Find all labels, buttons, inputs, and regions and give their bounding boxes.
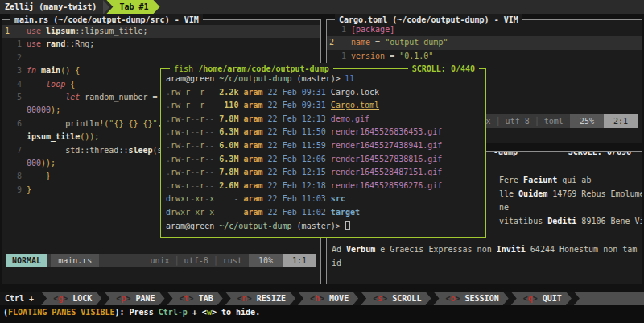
line-number: 2	[327, 36, 346, 49]
file-row: drwxr-xr-x - aram 22 Feb 11:03 src	[166, 193, 484, 206]
file-row: .rw-r--r-- 2.6M aram 22 Feb 12:18 render…	[166, 180, 484, 193]
file-name: render1645527438941.gif	[331, 141, 442, 150]
vim-scroll-percent: 25%	[570, 114, 604, 128]
output-text-lower: Ad Verbum e Graecis Expressas non Inviti…	[332, 242, 642, 270]
file-row: drwxr-xr-x - aram 22 Feb 11:02 target	[166, 206, 484, 220]
terminal-output: aram@green ~/c/output-dump (master)> ll.…	[166, 72, 484, 235]
file-name: target	[331, 208, 360, 217]
pane-title-output-fragment: -dump	[489, 151, 522, 158]
zellij-top-bar: Zellij (many-twist) Tab #1	[0, 0, 644, 14]
file-name: render1645527838816.gif	[331, 155, 442, 164]
code-line: 1use lipsum::lipsum_title;	[2, 25, 320, 38]
code-line: 1version = "0.1.0"	[327, 50, 642, 63]
vim-cursor-position: 2:1	[604, 114, 638, 128]
keybar-filler	[574, 292, 644, 305]
file-name: Cargo.lock	[331, 88, 379, 97]
line-number: 5	[2, 91, 22, 104]
file-name: render1645528596276.gif	[331, 181, 442, 190]
keybar-ribbon-lock[interactable]: <g> LOCK	[41, 292, 101, 305]
line-number: 4	[2, 78, 22, 91]
file-row: .rw-r--r-- 7.8M aram 22 Feb 12:13 demo.g…	[166, 113, 484, 126]
keybinding-ribbons: <g> LOCK<p> PANE<t> TAB<n> RESIZE<h> MOV…	[39, 292, 572, 305]
output-line: Fere Faciunt qui ab	[499, 173, 642, 187]
tab-1-ribbon[interactable]: Tab #1	[106, 0, 159, 14]
code-line: 1[package]	[327, 23, 642, 36]
pane-title-main-rs: main.rs (~/code/output-dump/src) - VIM	[10, 14, 203, 26]
vim-fileinfo: unix │ utf-8 │ rust	[143, 254, 248, 267]
output-text-upper: Fere Faciunt qui ablle Quidem 14769 Rebu…	[499, 173, 642, 228]
prompt-line-active[interactable]: aram@green ~/c/output-dump (master)>	[166, 220, 484, 234]
line-number: 1	[327, 23, 346, 36]
vim-scroll-percent: 10%	[249, 254, 283, 267]
file-row: .rw-r--r-- 6.3M aram 22 Feb 11:50 render…	[166, 126, 484, 139]
file-row: .rw-r--r-- 110 aram 22 Feb 09:31 Cargo.t…	[166, 99, 484, 113]
vim-cursor-position: 1:1	[283, 254, 316, 267]
session-name: Zellij (many-twist)	[0, 2, 103, 11]
terminal-cursor	[345, 221, 350, 230]
line-number: 1	[2, 25, 22, 38]
code-line: 1use rand::Rng;	[2, 38, 320, 51]
output-line: ne	[499, 201, 642, 214]
code-line: 2name = "output-dump"	[327, 36, 642, 49]
file-name: Cargo.toml	[331, 101, 379, 110]
file-name: render1645526836453.gif	[331, 127, 442, 136]
line-number: 2	[2, 52, 22, 64]
file-row: .rw-r--r-- 2.2k aram 22 Feb 09:31 Cargo.…	[166, 86, 484, 100]
output-line: Ad Verbum e Graecis Expressas non Inviti…	[332, 242, 642, 256]
vim-mode-indicator: NORMAL	[6, 254, 47, 267]
vim-statusline-main-rs: NORMAL main.rs unix │ utf-8 │ rust 10% 1…	[6, 254, 316, 267]
keybar-ribbon-resize[interactable]: <n> RESIZE	[225, 292, 295, 305]
output-line: id	[332, 256, 642, 270]
output-line: lle Quidem 14769 Rebus Emolumen	[499, 187, 642, 201]
zellij-keybinding-bar: Ctrl + <g> LOCK<p> PANE<t> TAB<n> RESIZE…	[0, 292, 644, 305]
line-number: 1	[327, 50, 346, 63]
floating-panes-hint: (FLOATING PANES VISIBLE): Press Ctrl-p +…	[0, 305, 644, 323]
file-row: .rw-r--r-- 6.0M aram 22 Feb 11:59 render…	[166, 139, 484, 153]
file-name: render1645528487151.gif	[331, 168, 442, 176]
vim-filename: main.rs	[51, 254, 99, 267]
output-line: vitatibus Dediti 89106 Bene Viv	[499, 214, 642, 228]
floating-pane-fish[interactable]: fish /home/aram/code/output-dump SCROLL:…	[160, 68, 486, 238]
prompt-line-history: aram@green ~/c/output-dump (master)> ll	[166, 72, 484, 86]
ctrl-prefix-label: Ctrl +	[0, 292, 39, 305]
line-number: 9	[2, 184, 22, 197]
keybar-ribbon-move[interactable]: <h> MOVE	[298, 292, 358, 305]
keybar-ribbon-quit[interactable]: <q> QUIT	[511, 292, 572, 305]
scroll-indicator: SCROLL: 0/696	[564, 151, 635, 158]
file-row: .rw-r--r-- 7.8M aram 22 Feb 12:15 render…	[166, 166, 484, 180]
line-number: 6	[2, 118, 22, 130]
file-row: .rw-r--r-- 6.3M aram 22 Feb 12:06 render…	[166, 153, 484, 167]
line-number: 3	[2, 64, 22, 77]
keybar-ribbon-tab[interactable]: <t> TAB	[167, 292, 223, 305]
line-number: 1	[2, 38, 22, 51]
keybar-ribbon-session[interactable]: <o> SESSION	[433, 292, 508, 305]
line-number: 8	[2, 170, 22, 183]
vim-buffer-cargo-toml: 1[package]2name = "output-dump"1version …	[327, 23, 642, 63]
line-number: 7	[2, 144, 22, 157]
file-name: src	[331, 194, 345, 203]
keybar-ribbon-scroll[interactable]: <s> SCROLL	[361, 292, 431, 305]
file-name: demo.gif	[331, 114, 369, 123]
keybar-ribbon-pane[interactable]: <p> PANE	[104, 292, 164, 305]
